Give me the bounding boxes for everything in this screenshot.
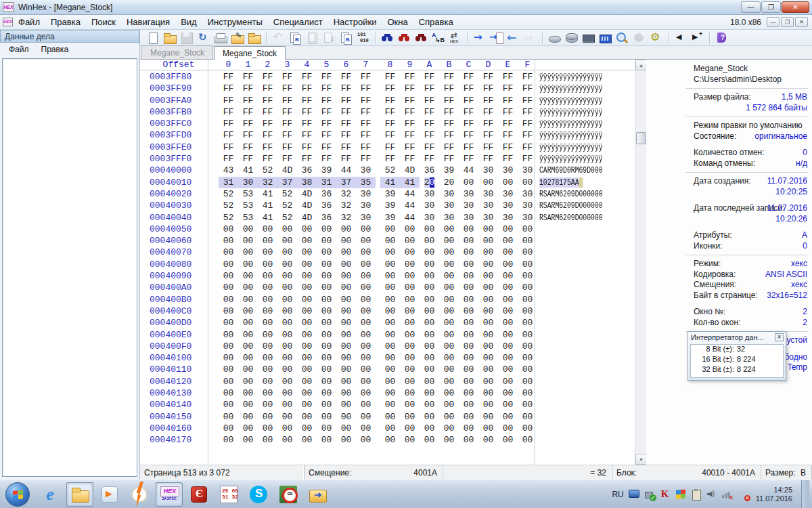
hex-byte[interactable]: 00 xyxy=(400,341,420,352)
hex-byte[interactable]: 44 xyxy=(459,165,478,176)
hex-byte[interactable]: 00 xyxy=(297,317,317,329)
usb-ok-icon[interactable] xyxy=(644,489,655,500)
network-offline-icon[interactable] xyxy=(722,489,733,500)
volume-icon[interactable] xyxy=(706,489,717,500)
hex-byte[interactable]: 00 xyxy=(478,282,498,293)
menu-item-Вид[interactable]: Вид xyxy=(175,16,202,28)
hex-byte[interactable]: 00 xyxy=(258,294,277,305)
hex-byte[interactable]: 00 xyxy=(400,399,420,410)
hex-byte[interactable]: 30 xyxy=(498,200,518,211)
hex-byte[interactable]: FF xyxy=(498,95,518,106)
hex-byte[interactable]: 00 xyxy=(420,364,439,375)
hex-byte[interactable]: 00 xyxy=(439,411,459,423)
hex-byte[interactable]: 00 xyxy=(277,329,297,341)
hex-byte[interactable]: FF xyxy=(356,153,376,165)
hex-byte[interactable]: 00 xyxy=(498,411,518,423)
hex-byte[interactable]: 00 xyxy=(498,352,518,364)
hex-byte[interactable]: 30 xyxy=(459,200,478,211)
menu-item-Инструменты[interactable]: Инструменты xyxy=(202,16,268,28)
hex-byte[interactable]: 39 xyxy=(380,200,400,211)
hex-byte[interactable]: 00 xyxy=(317,270,336,282)
restore-button[interactable]: ❐ xyxy=(761,1,781,13)
hex-byte[interactable]: 00 xyxy=(219,411,238,423)
mdi-system-icon[interactable]: HEX xyxy=(3,18,13,26)
hex-byte[interactable]: 00 xyxy=(420,399,439,410)
hex-byte[interactable]: FF xyxy=(400,106,420,118)
hex-byte[interactable]: 00 xyxy=(478,259,498,270)
hex-byte[interactable]: FF xyxy=(258,129,277,141)
hex-byte[interactable]: 00 xyxy=(478,305,498,317)
hex-byte[interactable]: 00 xyxy=(380,387,400,399)
hex-byte[interactable]: 00 xyxy=(420,329,439,341)
hex-byte[interactable]: 52 xyxy=(277,212,297,224)
hex-byte[interactable]: 00 xyxy=(380,247,400,258)
hex-byte[interactable]: 44 xyxy=(400,188,420,200)
hex-byte[interactable]: 00 xyxy=(459,341,478,352)
taskbar-item-explorer[interactable] xyxy=(66,482,93,507)
hex-byte[interactable]: 00 xyxy=(439,294,459,305)
hex-byte[interactable]: 00 xyxy=(439,376,459,387)
hex-byte[interactable]: 00 xyxy=(336,305,356,317)
hex-byte[interactable]: 00 xyxy=(258,387,277,399)
hex-byte[interactable]: 00 xyxy=(380,352,400,364)
hex-byte[interactable]: 00 xyxy=(277,224,297,235)
hex-byte[interactable]: 41 xyxy=(258,212,277,224)
hex-byte[interactable]: 00 xyxy=(439,305,459,317)
hex-byte[interactable]: 00 xyxy=(478,294,498,305)
hex-byte[interactable]: 00 xyxy=(439,270,459,282)
hex-byte[interactable]: 00 xyxy=(356,411,376,423)
hex-byte[interactable]: 20 xyxy=(420,177,439,188)
hex-byte[interactable]: FF xyxy=(297,118,317,129)
hex-byte[interactable]: 00 xyxy=(439,399,459,410)
hex-byte[interactable]: 00 xyxy=(238,364,258,375)
hex-byte[interactable]: FF xyxy=(356,129,376,141)
hex-byte[interactable]: 00 xyxy=(336,423,356,434)
hex-byte[interactable]: 52 xyxy=(258,165,277,176)
hex-byte[interactable]: FF xyxy=(380,118,400,129)
hex-byte[interactable]: FF xyxy=(498,83,518,94)
hex-byte[interactable]: 00 xyxy=(336,434,356,446)
hex-byte[interactable]: 00 xyxy=(317,434,336,446)
hex-byte[interactable]: 00 xyxy=(498,270,518,282)
hex-byte[interactable]: 00 xyxy=(459,259,478,270)
hex-byte[interactable]: 41 xyxy=(258,188,277,200)
hex-byte[interactable]: 00 xyxy=(238,317,258,329)
open-disk-image-icon[interactable] xyxy=(196,30,211,45)
hex-byte[interactable]: 00 xyxy=(400,423,420,434)
find-text-icon[interactable] xyxy=(380,30,395,45)
hex-byte[interactable]: 00 xyxy=(317,329,336,341)
hex-byte[interactable]: 00 xyxy=(439,317,459,329)
hex-byte[interactable]: 32 xyxy=(336,200,356,211)
hex-byte[interactable]: 00 xyxy=(317,423,336,434)
scroll-up-icon[interactable]: ▲ xyxy=(635,60,647,70)
hex-byte[interactable]: 39 xyxy=(380,212,400,224)
hex-byte[interactable]: FF xyxy=(277,118,297,129)
action-center-icon[interactable] xyxy=(738,489,748,500)
hex-byte[interactable]: FF xyxy=(258,71,277,83)
mdi-close-button[interactable]: ✕ xyxy=(795,17,808,27)
hex-byte[interactable]: 00 xyxy=(297,270,317,282)
hex-byte[interactable]: 00 xyxy=(297,294,317,305)
hex-byte[interactable]: 00 xyxy=(420,434,439,446)
hex-byte[interactable]: 00 xyxy=(317,294,336,305)
hex-byte[interactable]: FF xyxy=(459,83,478,94)
hex-byte[interactable]: 00 xyxy=(297,224,317,235)
hex-byte[interactable]: 00 xyxy=(420,294,439,305)
hex-ascii[interactable]: CARM69D0RM69D000 xyxy=(539,165,595,176)
hex-byte[interactable]: FF xyxy=(478,106,498,118)
menu-item-Навигация[interactable]: Навигация xyxy=(121,16,175,28)
hex-byte[interactable]: 39 xyxy=(317,165,336,176)
hex-byte[interactable]: FF xyxy=(219,83,238,94)
hex-byte[interactable]: 00 xyxy=(400,411,420,423)
hex-byte[interactable]: FF xyxy=(297,71,317,83)
hex-byte[interactable]: 00 xyxy=(238,224,258,235)
hex-byte[interactable]: FF xyxy=(356,71,376,83)
hex-byte[interactable]: FF xyxy=(336,129,356,141)
open-file-icon[interactable] xyxy=(162,30,177,45)
hex-byte[interactable]: 00 xyxy=(297,423,317,434)
hex-byte[interactable]: 00 xyxy=(258,305,277,317)
hex-byte[interactable]: 00 xyxy=(400,387,420,399)
hex-ascii[interactable]: ÿÿÿÿÿÿÿÿÿÿÿÿÿÿÿÿ xyxy=(539,83,595,94)
hex-byte[interactable]: FF xyxy=(420,153,439,165)
hex-byte[interactable]: 00 xyxy=(238,270,258,282)
